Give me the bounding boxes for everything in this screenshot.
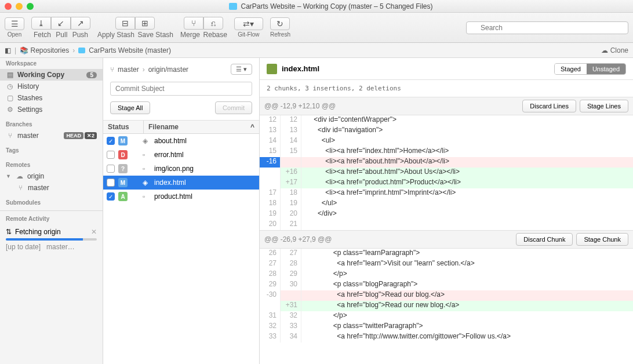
diff-line[interactable]: 2728 <a href="learn">Visit our "learn" s…: [260, 259, 633, 270]
cancel-activity-button[interactable]: ✕: [91, 228, 97, 236]
file-icon: ▫: [143, 192, 151, 201]
head-badge: HEAD: [64, 132, 83, 139]
breadcrumb-project[interactable]: CarParts Website (master): [89, 46, 171, 54]
sidebar: Workspace ▤ Working Copy 5 ◷History ▢Sta…: [0, 58, 103, 364]
file-row[interactable]: ✓ M ◈ about.html: [103, 134, 259, 148]
open-button[interactable]: ☰: [5, 17, 24, 30]
diff-line[interactable]: 1718 <li><a href="imprint.html">Imprint<…: [260, 188, 633, 199]
push-button[interactable]: ↗: [71, 17, 90, 30]
diff-line[interactable]: 1819 </ul>: [260, 199, 633, 209]
commit-button[interactable]: Commit: [215, 101, 252, 114]
col-status[interactable]: Status: [103, 121, 144, 133]
pull-button[interactable]: ↙: [51, 17, 71, 30]
col-filename[interactable]: Filename^: [144, 121, 259, 133]
folder-icon: [78, 48, 85, 53]
stage-checkbox[interactable]: ✓: [107, 192, 115, 201]
commit-subject-input[interactable]: [110, 82, 252, 96]
sidebar-toggle-icon[interactable]: ◧: [5, 46, 11, 54]
zoom-window-button[interactable]: [27, 3, 34, 10]
gitflow-button[interactable]: ⇄▾: [234, 17, 263, 30]
file-row[interactable]: ? ▫ img/icon.png: [103, 162, 259, 176]
merge-button[interactable]: ⑂: [184, 17, 203, 30]
diff-line[interactable]: 1920 </div>: [260, 209, 633, 220]
sidebar-remote-master[interactable]: ⑂master: [0, 182, 103, 194]
chevron-down-icon[interactable]: ▼: [6, 173, 11, 179]
diff-line[interactable]: 2930 <p class="blogParagraph">: [260, 280, 633, 290]
sidebar-item-history[interactable]: ◷History: [0, 81, 103, 92]
sidebar-branch-master[interactable]: ⑂ master HEAD ✕2: [0, 130, 103, 141]
stage-checkbox[interactable]: [107, 165, 115, 173]
minimize-window-button[interactable]: [16, 3, 23, 10]
current-branch[interactable]: master: [118, 65, 139, 74]
stage-button[interactable]: Stage Chunk: [576, 233, 628, 246]
file-icon: ▫: [143, 165, 151, 173]
hunk-header: @@ -12,9 +12,10 @@: [264, 102, 336, 110]
save-stash-button[interactable]: ⊞: [135, 17, 155, 30]
stage-checkbox[interactable]: [107, 151, 115, 159]
diff-line[interactable]: 2627 <p class="learnParagraph">: [260, 249, 633, 259]
diff-line[interactable]: +31 <a href="blog">Read our new blog.</a…: [260, 301, 633, 311]
apply-stash-button[interactable]: ⊟: [115, 17, 135, 30]
diff-line[interactable]: 3334 <a href="http://www.twitter.com/git…: [260, 332, 633, 343]
discard-button[interactable]: Discard Chunk: [516, 233, 573, 246]
working-copy-icon: ▤: [6, 71, 14, 79]
file-row[interactable]: M ◈ index.html: [103, 176, 259, 190]
diff-line[interactable]: 2829 </p>: [260, 270, 633, 280]
activity-uptodate: [up to date]: [6, 243, 41, 251]
sidebar-item-settings[interactable]: ⚙Settings: [0, 104, 103, 115]
file-row[interactable]: D ▫ error.html: [103, 148, 259, 162]
clone-button[interactable]: ☁ Clone: [601, 46, 628, 54]
close-window-button[interactable]: [5, 3, 12, 10]
diff-line[interactable]: 1313 <div id="navigation">: [260, 126, 633, 136]
status-badge: M: [118, 178, 128, 187]
breadcrumb-repositories[interactable]: 📚 Repositories: [20, 46, 69, 54]
diff-line[interactable]: 1212 <div id="contentWrapper">: [260, 115, 633, 126]
file-row[interactable]: ✓ A ▫ product.html: [103, 190, 259, 203]
cloud-icon: ☁: [16, 172, 24, 180]
stage-segmented-control[interactable]: Staged Unstaged: [554, 63, 626, 75]
stage-checkbox[interactable]: [107, 179, 115, 187]
diff-line[interactable]: +17 <li><a href="product.html">Product</…: [260, 178, 633, 188]
branch-icon: ⑂: [6, 132, 14, 140]
discard-button[interactable]: Discard Lines: [522, 100, 576, 112]
toolbar: ☰ Open ⤓ ↙ ↗ Fetch Pull Push ⊟ ⊞ Apply S…: [0, 13, 633, 43]
diff-line[interactable]: 3132 </p>: [260, 311, 633, 322]
diff-line[interactable]: +16 <li><a href="about.html">About Us</a…: [260, 168, 633, 178]
fetch-button[interactable]: ⤓: [31, 17, 51, 30]
file-icon: ◈: [143, 137, 151, 145]
remotes-header: Remotes: [0, 159, 103, 170]
file-table-header: Status Filename^: [103, 121, 259, 134]
stage-all-button[interactable]: Stage All: [110, 101, 150, 114]
diff-line[interactable]: 1414 <ul>: [260, 136, 633, 147]
stash-icon: ▢: [6, 94, 14, 102]
window-title: CarParts Website – Working Copy (master …: [34, 2, 628, 10]
file-name: img/icon.png: [154, 165, 194, 173]
diff-summary: 2 chunks, 3 insertions, 2 deletions: [260, 80, 633, 97]
sidebar-remote-origin[interactable]: ▼☁origin: [0, 170, 103, 182]
sidebar-item-stashes[interactable]: ▢Stashes: [0, 92, 103, 104]
gear-icon: ⚙: [6, 105, 14, 114]
remote-activity-header: Remote Activity: [0, 213, 103, 224]
clock-icon: ◷: [6, 82, 14, 90]
branches-header: Branches: [0, 119, 103, 130]
diff-filename: index.html: [282, 64, 319, 73]
diff-line[interactable]: -30 <a href="blog">Read our blog.</a>: [260, 290, 633, 301]
rebase-button[interactable]: ⎌: [203, 17, 223, 30]
refresh-button[interactable]: ↻: [270, 17, 290, 30]
staged-tab[interactable]: Staged: [555, 64, 587, 74]
diff-line[interactable]: 2021: [260, 220, 633, 230]
file-name: product.html: [154, 192, 192, 201]
diff-line[interactable]: 1515 <li><a href="index.html">Home</a></…: [260, 147, 633, 157]
stage-checkbox[interactable]: ✓: [107, 137, 115, 145]
search-input[interactable]: [466, 21, 628, 34]
sidebar-item-working-copy[interactable]: ▤ Working Copy 5: [0, 69, 103, 81]
upstream-branch[interactable]: origin/master: [148, 65, 188, 74]
activity-progress: [6, 238, 97, 241]
unstaged-tab[interactable]: Unstaged: [587, 64, 625, 74]
diff-line[interactable]: -16 <li><a href="about.html">About</a></…: [260, 157, 633, 168]
file-icon: ◈: [143, 179, 151, 187]
diff-line[interactable]: 3233 <p class="twitterParagraph">: [260, 322, 633, 332]
stage-button[interactable]: Stage Lines: [580, 100, 628, 112]
view-options-button[interactable]: ☰ ▾: [231, 64, 252, 75]
html-file-icon: [267, 64, 277, 74]
